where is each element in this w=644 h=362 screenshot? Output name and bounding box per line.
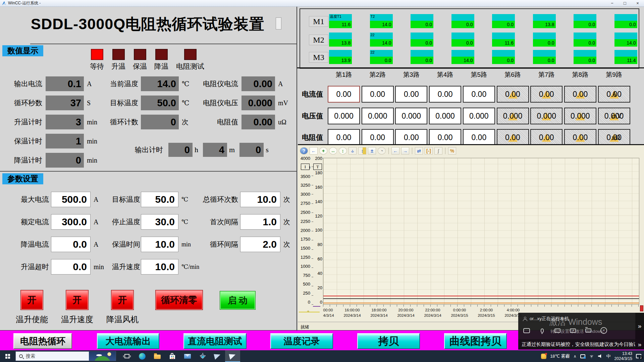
taskbar-app-edge[interactable] <box>135 350 150 362</box>
minimize-button[interactable]: − <box>606 0 619 6</box>
zoom-horizontal-icon[interactable]: ↔ <box>329 147 337 155</box>
volume-icon[interactable] <box>598 354 603 358</box>
toolbar-separator <box>388 147 389 154</box>
scroll-right-icon[interactable]: → <box>401 147 409 155</box>
parameter-field-value[interactable]: 0.0 <box>51 259 91 275</box>
nav-button-3[interactable]: 直流电阻测试 <box>183 333 247 349</box>
status-indicator-4: 降温 <box>154 49 168 71</box>
ime-indicator[interactable]: 中 <box>606 353 611 359</box>
nav-button-2[interactable]: 大电流输出 <box>97 333 159 349</box>
device-icon[interactable] <box>580 354 585 358</box>
taskbar-clock[interactable]: 13:43 2024/3/15 <box>614 351 632 361</box>
channel-cell-value: 0.00 <box>471 133 486 142</box>
integral-icon[interactable]: ∫ <box>434 147 442 155</box>
taskbar-app-wincc-explorer[interactable] <box>195 350 210 362</box>
channel-cell-value: 0.00 <box>438 90 453 99</box>
value-markers-icon[interactable]: [-] <box>425 147 433 155</box>
windows-start-button[interactable] <box>0 350 15 362</box>
table-row-label: 电阻值 <box>302 129 327 146</box>
taskbar-search-box[interactable]: 搜索 <box>15 351 116 361</box>
time-value: 18:00:00 <box>370 307 387 313</box>
remote-close-button[interactable] <box>600 326 608 335</box>
parameter-field-value[interactable]: 10.0 <box>141 237 178 252</box>
zoom-in-icon[interactable]: + <box>319 147 327 155</box>
clock-time: 13:43 <box>622 351 632 356</box>
parameter-field-value[interactable]: 10.0 <box>240 192 280 207</box>
help-icon[interactable]: ? <box>300 147 308 155</box>
toggle-button-1[interactable]: 开 <box>20 290 43 310</box>
taskbar-app-wincc-runtime[interactable] <box>210 350 225 362</box>
action-center-icon[interactable]: 2 <box>636 354 641 358</box>
status-lamp-icon <box>134 49 146 60</box>
current-axis-tick: 2000 <box>301 228 310 233</box>
parameter-field-value[interactable]: 500.0 <box>51 192 91 207</box>
display-field-label: 电阻仪电压 <box>197 98 238 108</box>
banner-expand-button[interactable]: » <box>635 339 644 350</box>
start-button[interactable]: 启 动 <box>220 291 256 310</box>
cycle-clear-button[interactable]: 循环清零 <box>155 290 203 310</box>
parameter-field-value[interactable]: 300.0 <box>51 214 91 230</box>
task-view-icon <box>124 354 129 358</box>
toggle-button-3[interactable]: 开 <box>111 290 134 310</box>
section-label-parameters: 参数设置 <box>2 173 43 184</box>
channel-cell: 0.00 <box>497 86 529 103</box>
plot-area[interactable] <box>323 158 639 305</box>
y-scale-icon[interactable]: ↕ <box>358 147 366 155</box>
temperature-axis-tick: 120 <box>315 214 322 219</box>
taskbar-app-task-view[interactable] <box>119 350 135 362</box>
hidden-icons-chevron[interactable]: ∧ <box>574 354 577 359</box>
remote-control-overlay: or...xy正在远程本机 激活 Windows 转到“设置”以激活 Windo… <box>518 313 635 339</box>
parameter-field-unit: min <box>181 241 191 248</box>
parameter-field-value[interactable]: 30.0 <box>141 214 178 230</box>
remote-mic-button[interactable] <box>538 326 546 335</box>
remote-folder-button[interactable] <box>584 326 592 335</box>
scroll-left-icon[interactable]: ← <box>391 147 399 155</box>
parameter-field-row: 目标温度50.0℃ <box>112 192 199 207</box>
close-button[interactable]: × <box>631 0 644 6</box>
taskbar-app-file-explorer[interactable] <box>150 350 165 362</box>
display-field-label: 循环计数 <box>105 117 138 127</box>
overlay-expand-button[interactable]: » <box>635 313 644 339</box>
taskbar-app-wincc-active[interactable] <box>225 350 240 362</box>
parameter-column-3: 总循环次数10.0次首次间隔1.0次循环间隔2.0次 <box>196 192 290 252</box>
remote-screen-button[interactable] <box>553 326 561 335</box>
current-axis-tick: 1000 <box>301 264 310 269</box>
network-icon[interactable] <box>589 354 594 358</box>
section-label-numeric-display: 数值显示 <box>2 45 43 56</box>
parameter-field-label: 保温时间 <box>112 240 139 249</box>
remote-transfer-button[interactable] <box>569 326 577 335</box>
nav-button-4[interactable]: 温度记录 <box>270 333 333 349</box>
weather-text[interactable]: 18℃ 雾霾 <box>550 353 570 359</box>
taskbar-app-store[interactable] <box>165 350 180 362</box>
nav-button-5[interactable]: 拷贝 <box>357 333 420 349</box>
properties-icon[interactable]: ← <box>310 147 318 155</box>
parameter-field-label: 最大电流 <box>7 195 49 204</box>
parameter-field-value[interactable]: 2.0 <box>240 237 280 252</box>
channel-cell-value: 0.00 <box>573 133 588 142</box>
chart-scroll-indicator[interactable] <box>640 305 643 311</box>
taskbar-app-mail[interactable] <box>180 350 195 362</box>
display-field-unit: A <box>87 80 92 88</box>
parameter-field-value[interactable]: 0.0 <box>51 237 91 252</box>
percent-scale-icon[interactable]: % <box>448 147 456 155</box>
pan-icon[interactable]: ↔ <box>348 147 357 155</box>
parameter-field-value[interactable]: 1.0 <box>240 214 280 230</box>
wincc-active-icon <box>229 353 236 360</box>
toggle-button-2[interactable]: 开 <box>66 290 89 310</box>
zoom-vertical-icon[interactable]: ↕ <box>339 147 347 155</box>
parameter-field-row: 首次间隔1.0次 <box>196 214 290 230</box>
nav-button-6[interactable]: 曲线图拷贝 <box>444 333 507 349</box>
mail-icon <box>184 354 191 359</box>
channel-cell: 0.000 <box>429 108 461 124</box>
taskbar-app-icons <box>119 350 240 362</box>
parameter-field-value[interactable]: 50.0 <box>141 192 178 207</box>
axis-swap-icon[interactable]: ⇄ <box>415 147 423 155</box>
nav-button-1[interactable]: 电阻热循环 <box>13 333 72 349</box>
maximize-button[interactable]: □ <box>619 0 631 6</box>
time-range-icon[interactable]: ◔ <box>378 147 386 155</box>
weather-icon[interactable] <box>541 354 546 359</box>
add-remove-curve-icon[interactable]: ± <box>368 147 376 155</box>
remote-chat-button[interactable] <box>523 326 531 335</box>
search-highlight-image[interactable] <box>89 352 116 361</box>
parameter-field-value[interactable]: 10.0 <box>141 259 178 275</box>
